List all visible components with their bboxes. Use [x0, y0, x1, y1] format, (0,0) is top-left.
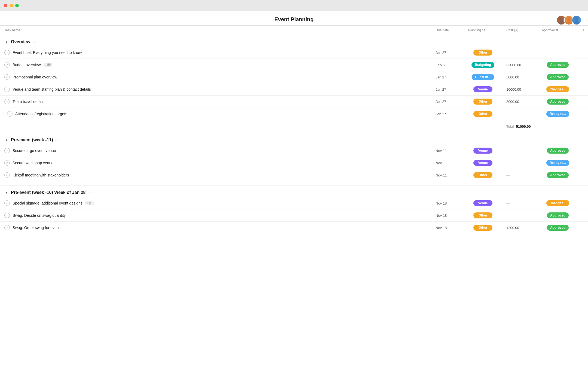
- approval-badge[interactable]: Approved: [547, 74, 569, 80]
- approval-cell[interactable]: Approved: [537, 72, 578, 82]
- approval-cell[interactable]: Approved: [537, 145, 578, 156]
- planning-cat-cell[interactable]: Venue: [464, 158, 502, 168]
- avatar-user3[interactable]: [572, 15, 581, 25]
- check-icon[interactable]: ✓: [4, 172, 10, 178]
- approval-cell[interactable]: Changes...: [537, 84, 578, 94]
- planning-cat-cell[interactable]: Other: [464, 170, 502, 180]
- check-icon[interactable]: ✓: [4, 87, 10, 92]
- approval-badge[interactable]: Ready fo...: [546, 160, 569, 166]
- planning-cat-cell[interactable]: Budgeting: [464, 60, 502, 70]
- check-icon[interactable]: ✓: [4, 200, 10, 206]
- row-options[interactable]: [578, 213, 588, 218]
- col-task-name[interactable]: Task name: [0, 26, 431, 35]
- col-add[interactable]: +: [578, 26, 588, 35]
- overview-toggle[interactable]: ▼: [4, 40, 9, 44]
- check-icon[interactable]: ✓: [4, 62, 10, 68]
- planning-cat-cell[interactable]: Other: [464, 109, 502, 119]
- approval-badge[interactable]: Ready fo...: [546, 111, 569, 117]
- column-headers: Task name Due date Planning ca... Cost […: [0, 25, 588, 35]
- approval-cell[interactable]: Approved: [537, 96, 578, 107]
- row-options[interactable]: [578, 201, 588, 205]
- pre-event-10-dots[interactable]: ···: [88, 190, 93, 195]
- approval-badge[interactable]: Approved: [547, 99, 569, 105]
- table-row: ✓ Swag: Decide on swag quantity Nov 18 O…: [0, 209, 588, 222]
- check-icon[interactable]: ✓: [4, 160, 10, 166]
- check-icon[interactable]: ✓: [4, 213, 10, 218]
- planning-cat-cell[interactable]: Venue: [464, 198, 502, 208]
- planning-badge[interactable]: Other: [473, 99, 492, 105]
- check-icon[interactable]: ✓: [4, 148, 10, 153]
- approval-badge[interactable]: Approved: [547, 148, 569, 154]
- cost-cell: 33000.00: [502, 60, 537, 70]
- planning-badge[interactable]: Guest m...: [472, 74, 494, 80]
- due-date-cell: Feb 3: [431, 60, 464, 70]
- col-approval[interactable]: Approval st...: [537, 26, 578, 35]
- approval-cell[interactable]: Ready fo...: [537, 158, 578, 168]
- planning-badge[interactable]: Other: [473, 172, 492, 178]
- row-options[interactable]: [578, 225, 588, 230]
- row-options[interactable]: [578, 63, 588, 67]
- row-options[interactable]: [578, 99, 588, 104]
- planning-badge[interactable]: Venue: [473, 148, 492, 154]
- row-options[interactable]: [578, 87, 588, 92]
- row-options[interactable]: [578, 148, 588, 153]
- approval-cell[interactable]: Approved: [537, 60, 578, 70]
- task-name: Kickoff meeting with stakeholders: [13, 173, 69, 177]
- subtask-badge[interactable]: 2: [85, 201, 94, 205]
- planning-badge[interactable]: Venue: [473, 160, 492, 166]
- task-cell: ○ Team travel details: [0, 96, 431, 108]
- minimize-button[interactable]: [10, 4, 13, 7]
- planning-cat-cell[interactable]: Other: [464, 210, 502, 221]
- pre-event-10-toggle[interactable]: ▼: [4, 190, 9, 195]
- approval-badge[interactable]: Changes...: [546, 200, 569, 206]
- check-icon[interactable]: ○: [4, 99, 10, 104]
- pre-event-11-toggle[interactable]: ▼: [4, 138, 9, 142]
- pre-event-11-dots[interactable]: ···: [55, 138, 60, 142]
- approval-badge[interactable]: Approved: [547, 62, 569, 68]
- col-due-date[interactable]: Due date: [431, 26, 464, 35]
- row-options[interactable]: [578, 50, 588, 55]
- planning-badge[interactable]: Venue: [473, 86, 492, 92]
- cost-cell: —: [502, 170, 537, 181]
- check-icon[interactable]: ○: [7, 111, 13, 117]
- table-row: ○ Team travel details Jan 27 Other 3000.…: [0, 96, 588, 108]
- planning-cat-cell[interactable]: Venue: [464, 84, 502, 94]
- planning-cat-cell[interactable]: Guest m...: [464, 72, 502, 82]
- subtask-badge[interactable]: 2: [44, 63, 52, 67]
- approval-badge[interactable]: Approved: [547, 172, 569, 178]
- col-planning-cat[interactable]: Planning ca...: [464, 26, 502, 35]
- col-cost[interactable]: Cost [$]: [502, 26, 537, 35]
- overview-dots[interactable]: ···: [32, 40, 37, 44]
- approval-badge[interactable]: Approved: [547, 212, 569, 218]
- approval-cell[interactable]: Ready fo...: [537, 109, 578, 119]
- approval-badge[interactable]: Changes...: [546, 86, 569, 92]
- check-icon[interactable]: ✓: [4, 74, 10, 80]
- planning-cat-cell[interactable]: Other: [464, 222, 502, 233]
- row-options[interactable]: [578, 75, 588, 79]
- title-bar: [0, 0, 588, 11]
- approval-cell[interactable]: Approved: [537, 222, 578, 233]
- svg-point-0: [559, 17, 563, 21]
- approval-cell[interactable]: Changes...: [537, 198, 578, 208]
- planning-badge[interactable]: Other: [473, 50, 492, 56]
- row-options[interactable]: [578, 112, 588, 116]
- planning-badge[interactable]: Other: [473, 212, 492, 218]
- approval-cell[interactable]: Approved: [537, 170, 578, 180]
- close-button[interactable]: [4, 4, 7, 7]
- row-options[interactable]: [578, 161, 588, 165]
- check-icon[interactable]: ✓: [4, 225, 10, 230]
- approval-cell[interactable]: Approved: [537, 210, 578, 221]
- check-icon[interactable]: ✓: [4, 50, 10, 55]
- maximize-button[interactable]: [15, 4, 19, 7]
- planning-badge[interactable]: Other: [473, 111, 492, 117]
- approval-badge[interactable]: Approved: [547, 225, 569, 231]
- planning-badge[interactable]: Other: [473, 225, 492, 231]
- svg-point-1: [558, 21, 565, 25]
- planning-cat-cell[interactable]: Other: [464, 96, 502, 107]
- section-overview: ▼ Overview ···: [0, 35, 588, 47]
- planning-cat-cell[interactable]: Other: [464, 47, 502, 58]
- row-options[interactable]: [578, 173, 588, 177]
- planning-badge[interactable]: Venue: [473, 200, 492, 206]
- planning-badge[interactable]: Budgeting: [471, 62, 494, 68]
- planning-cat-cell[interactable]: Venue: [464, 145, 502, 156]
